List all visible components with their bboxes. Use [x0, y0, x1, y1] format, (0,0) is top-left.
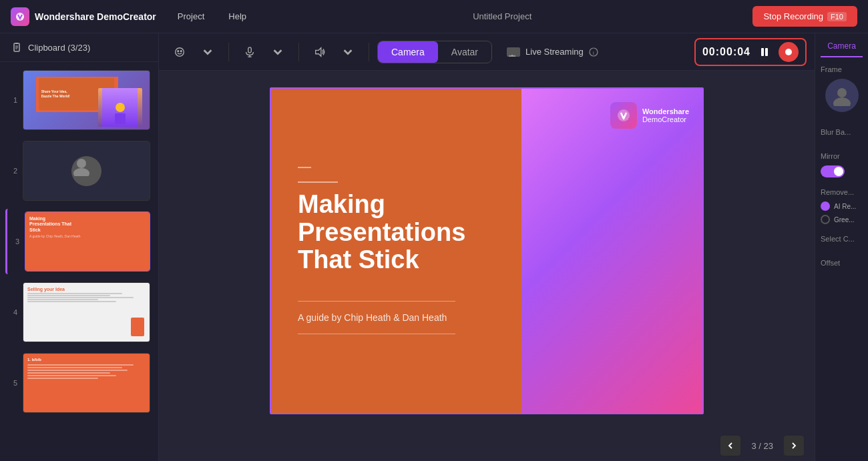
volume-dropdown-button[interactable]: [335, 42, 361, 62]
frame-section: Frame: [821, 65, 863, 117]
slide-item[interactable]: 5 1. b/b/b: [5, 350, 153, 416]
avatar-preview: [825, 79, 859, 112]
slide-number: 1: [8, 96, 17, 104]
streaming-label: Live Streaming: [525, 47, 584, 57]
avatar-button[interactable]: Avatar: [438, 41, 491, 63]
canvas-content: Making Presentations That Stick A guide …: [159, 71, 815, 430]
svg-rect-2: [15, 43, 18, 44]
left-sidebar: Clipboard (3/23) 1 Share Your Idea, Dazz…: [0, 33, 159, 461]
slides-list: 1 Share Your Idea, Dazzle The World!: [0, 62, 158, 461]
blur-label: Blur Ba...: [821, 128, 863, 136]
clipboard-title: Clipboard (3/23): [28, 43, 90, 53]
sidebar-header: Clipboard (3/23): [0, 33, 158, 62]
stop-recording-button[interactable]: Stop Recording F10: [752, 6, 857, 27]
slide-number: 2: [8, 167, 17, 175]
face-tool-button[interactable]: [167, 42, 192, 62]
slide-item[interactable]: 4 Selling your Idea: [5, 280, 153, 345]
slide-presentation: Making Presentations That Stick A guide …: [270, 87, 704, 414]
svg-point-24: [837, 88, 847, 97]
app-name: Wondershare DemoCreator: [35, 11, 156, 22]
record-stop-button[interactable]: [779, 42, 799, 62]
shortcut-badge: F10: [827, 12, 847, 21]
camera-button[interactable]: Camera: [378, 41, 438, 63]
slide-thumbnail: Selling your Idea: [23, 282, 150, 342]
svg-point-8: [176, 47, 184, 56]
slide-top-line: [298, 181, 338, 183]
blur-section: Blur Ba...: [821, 128, 863, 141]
slide-item[interactable]: 1 Share Your Idea, Dazzle The World!: [5, 67, 153, 133]
svg-point-7: [73, 168, 89, 176]
slide-counter: 3 / 23: [746, 441, 779, 451]
svg-point-10: [180, 50, 182, 51]
slide-number: 5: [8, 379, 17, 387]
pause-button[interactable]: [754, 42, 775, 62]
center-panel: Camera Avatar Live Streaming i: [159, 33, 815, 461]
prev-slide-button[interactable]: [720, 436, 740, 456]
svg-rect-21: [761, 48, 764, 56]
watermark-line2: DemoCreator: [642, 115, 689, 123]
svg-text:i: i: [593, 50, 594, 56]
microphone-icon: [244, 46, 256, 58]
svg-point-6: [77, 159, 86, 168]
stop-recording-label: Stop Recording: [763, 11, 823, 21]
streaming-icon: [507, 47, 520, 57]
timer-display: 00:00:04: [702, 46, 750, 58]
slide-main-title: Making Presentations That Stick: [298, 191, 495, 274]
slide-watermark: Wondershare DemoCreator: [610, 102, 689, 129]
svg-marker-14: [316, 47, 321, 56]
live-streaming-button[interactable]: Live Streaming i: [497, 41, 608, 62]
app-logo-icon: [11, 7, 29, 26]
canvas-bottom: 3 / 23: [159, 430, 815, 461]
mirror-toggle[interactable]: [821, 165, 845, 177]
green-radio[interactable]: [821, 215, 830, 224]
toolbar: Camera Avatar Live Streaming i: [159, 33, 815, 71]
mirror-label: Mirror: [821, 152, 863, 160]
chevron-down-icon: [272, 46, 284, 58]
nav-help[interactable]: Help: [223, 9, 252, 24]
clipboard-icon: [11, 41, 23, 53]
face-dropdown-button[interactable]: [195, 42, 220, 62]
green-option: Gree...: [821, 215, 863, 224]
svg-point-25: [833, 97, 851, 106]
volume-button[interactable]: [307, 42, 333, 62]
svg-rect-11: [248, 47, 252, 52]
slide-bottom-line2: [298, 334, 455, 334]
tool-divider: [369, 43, 369, 61]
nav-project[interactable]: Project: [172, 9, 210, 24]
canvas-area: Making Presentations That Stick A guide …: [159, 71, 815, 461]
ai-re-radio[interactable]: [821, 201, 830, 211]
tool-divider: [228, 43, 229, 61]
slide-item[interactable]: 2: [5, 138, 153, 203]
mic-dropdown-button[interactable]: [265, 42, 290, 62]
camera-avatar-group: Camera Avatar: [377, 41, 492, 63]
volume-tool-group: [307, 42, 361, 62]
tool-divider: [298, 43, 299, 61]
mirror-section: Mirror: [821, 152, 863, 177]
remove-section: Remove... AI Re... Gree...: [821, 188, 863, 224]
info-icon: i: [589, 47, 598, 57]
chevron-left-icon: [726, 442, 734, 450]
slide-thumbnail: MakingPresentations ThatStick A guide by…: [25, 211, 150, 272]
record-dot: [785, 49, 792, 55]
next-slide-button[interactable]: [784, 436, 804, 456]
watermark-line1: Wondershare: [642, 107, 689, 115]
ai-re-option: AI Re...: [821, 201, 863, 211]
slide-thumbnail: 1. b/b/b: [23, 353, 150, 413]
microphone-button[interactable]: [237, 42, 262, 62]
remove-label: Remove...: [821, 188, 863, 196]
slide-gradient-section: [521, 89, 702, 413]
slide-thumbnail: [23, 141, 150, 201]
right-panel-tab[interactable]: Camera: [821, 41, 863, 57]
face-tool-group: [167, 42, 220, 62]
slide-dash: [298, 167, 311, 168]
slide-item-active[interactable]: 3 MakingPresentations ThatStick A guide …: [5, 209, 153, 274]
ai-re-label: AI Re...: [834, 203, 856, 210]
slide-orange-section: Making Presentations That Stick A guide …: [271, 89, 521, 413]
recording-controls: 00:00:04: [694, 38, 807, 66]
green-label: Gree...: [834, 216, 855, 223]
slide-number: 4: [8, 308, 17, 316]
svg-marker-16: [517, 49, 519, 53]
remove-options: AI Re... Gree...: [821, 201, 863, 224]
slide-number: 3: [10, 238, 19, 246]
chevron-down-icon: [202, 46, 214, 58]
